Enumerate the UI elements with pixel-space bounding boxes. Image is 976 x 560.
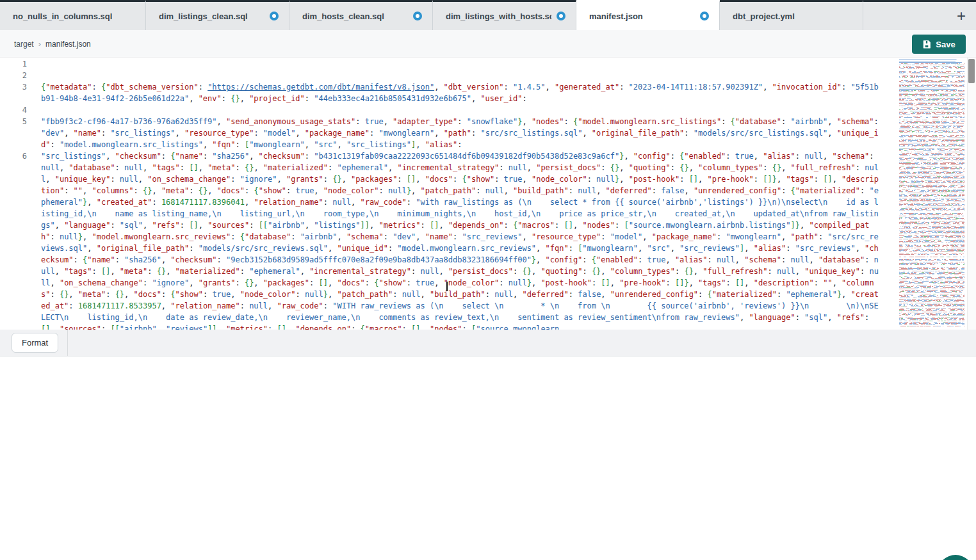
line-number: 1	[0, 58, 27, 70]
save-button[interactable]: Save	[912, 35, 966, 54]
breadcrumb-file: manifest.json	[45, 40, 91, 49]
results-panel-empty	[0, 356, 976, 560]
unsaved-changes-icon[interactable]	[700, 12, 709, 20]
code-line[interactable]: 4	[0, 104, 893, 116]
save-icon	[922, 40, 931, 49]
code-line[interactable]: 1	[0, 58, 893, 70]
unsaved-changes-icon[interactable]	[557, 12, 565, 20]
line-number: 6	[0, 150, 27, 162]
tab-bar: no_nulls_in_columns.sqldim_listings_clea…	[0, 0, 976, 30]
breadcrumb-bar: target › manifest.json Save	[0, 30, 976, 58]
code-editor[interactable]: 1 2 3{"metadata": {"dbt_schema_version":…	[0, 58, 976, 330]
line-number: 2	[0, 70, 27, 81]
tab-bar-filler: +	[863, 0, 976, 30]
code-line[interactable]: 3{"metadata": {"dbt_schema_version": "ht…	[0, 81, 893, 104]
format-bar: Format	[0, 330, 976, 356]
tab-dim-hosts-clean-sql[interactable]: dim_hosts_clean.sql	[289, 0, 433, 30]
line-number: 5	[0, 116, 27, 127]
app: { "tabs": { "items": [ {"label": "no_nul…	[0, 0, 976, 560]
tab-manifest-json[interactable]: manifest.json	[576, 0, 720, 30]
line-number: 3	[0, 81, 27, 93]
breadcrumb: target › manifest.json	[14, 30, 91, 58]
code-line[interactable]: 5"fbb9f3c2-cf96-4a17-b736-976a62d35ff9",…	[0, 116, 893, 150]
line-number: 4	[0, 104, 27, 116]
scrollbar-thumb[interactable]	[968, 59, 975, 83]
format-button[interactable]: Format	[12, 333, 58, 353]
panel-divider	[67, 330, 68, 356]
breadcrumb-separator-icon: ›	[38, 39, 41, 49]
save-label: Save	[936, 40, 955, 49]
tab-label: dim_listings_clean.sql	[159, 12, 248, 21]
tab-dbt-project-yml[interactable]: dbt_project.yml	[720, 0, 863, 30]
tab-no-nulls-in-columns-sql[interactable]: no_nulls_in_columns.sql	[0, 0, 146, 30]
unsaved-changes-icon[interactable]	[270, 12, 279, 20]
tab-dim-listings-with-hosts-sql[interactable]: dim_listings_with_hosts.sql	[433, 0, 576, 30]
minimap[interactable]	[898, 59, 967, 328]
new-tab-button[interactable]: +	[953, 8, 970, 24]
tab-label: no_nulls_in_columns.sql	[13, 12, 112, 21]
code-line[interactable]: 2	[0, 70, 893, 81]
tab-label: dim_listings_with_hosts.sql	[446, 12, 551, 21]
tab-label: manifest.json	[589, 12, 643, 21]
scrollbar-track[interactable]	[967, 58, 976, 330]
code-line[interactable]: 6"src_listings", "checksum": {"name": "s…	[0, 150, 893, 330]
tab-dim-listings-clean-sql[interactable]: dim_listings_clean.sql	[146, 0, 289, 30]
tab-label: dbt_project.yml	[733, 12, 795, 21]
text-caret	[446, 282, 448, 291]
unsaved-changes-icon[interactable]	[413, 12, 422, 20]
breadcrumb-folder: target	[14, 40, 34, 49]
tab-label: dim_hosts_clean.sql	[302, 12, 384, 21]
